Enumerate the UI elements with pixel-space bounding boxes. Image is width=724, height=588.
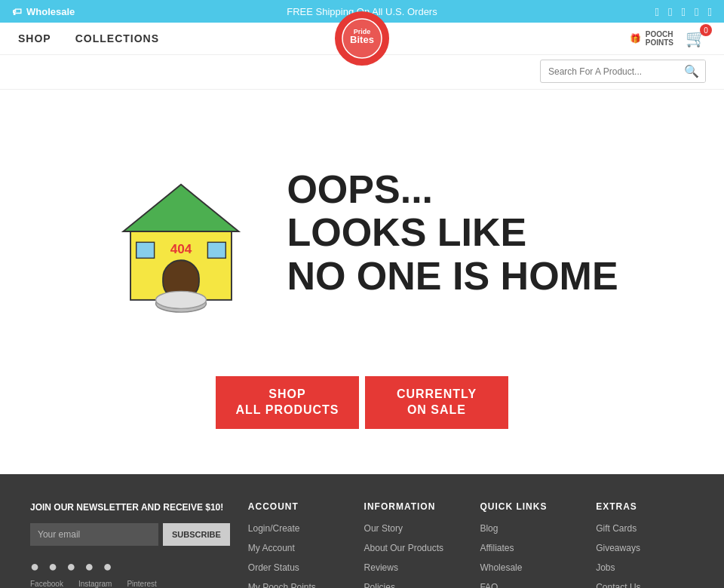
collections-nav-link[interactable]: COLLECTIONS: [75, 32, 159, 44]
svg-text:404: 404: [170, 241, 192, 256]
pooch-label: POOCH: [646, 30, 673, 38]
twitter-top-icon[interactable]: : [668, 5, 672, 18]
footer-youtube-icon[interactable]: ●: [103, 558, 112, 575]
pooch-points[interactable]: 🎁 POOCH POINTS: [630, 30, 673, 47]
points-label: POINTS: [646, 38, 673, 47]
svg-point-10: [156, 291, 207, 308]
facebook-top-icon[interactable]: : [655, 5, 659, 18]
account-links: Login/Create My Account Order Status My …: [248, 521, 346, 588]
svg-rect-11: [137, 242, 155, 258]
error-text: OOPS... LOOKS LIKE NO ONE IS HOME: [287, 168, 618, 298]
footer-pinterest-icon[interactable]: ●: [84, 558, 94, 575]
pinterest-top-icon[interactable]: : [695, 5, 698, 18]
gift-cards-link[interactable]: Gift Cards: [596, 523, 637, 534]
footer-information: INFORMATION Our Story About Our Products…: [364, 501, 462, 588]
footer-extras: EXTRAS Gift Cards Giveaways Jobs Contact…: [596, 501, 694, 588]
search-button[interactable]: 🔍: [678, 60, 705, 82]
information-links: Our Story About Our Products Reviews Pol…: [364, 521, 462, 588]
cart-count: 0: [700, 24, 712, 36]
footer-account: ACCOUNT Login/Create My Account Order St…: [248, 501, 346, 588]
reviews-link[interactable]: Reviews: [364, 562, 398, 573]
error-line3: NO ONE IS HOME: [287, 255, 618, 298]
quick-links-list: Blog Affiliates Wholesale FAQ: [480, 521, 578, 588]
error-section: 404 OOPS... LOOKS LIKE NO ONE IS HOME: [0, 90, 724, 376]
newsletter-form: SUBSCRIBE: [30, 523, 230, 546]
account-heading: ACCOUNT: [248, 501, 346, 512]
social-labels: Facebook Instagram Pinterest: [30, 580, 230, 588]
extras-heading: EXTRAS: [596, 501, 694, 512]
shop-all-button[interactable]: SHOP ALL PRODUCTS: [216, 376, 359, 429]
instagram-top-icon[interactable]: : [682, 5, 686, 18]
footer-instagram-icon[interactable]: ●: [66, 558, 75, 575]
search-bar: 🔍: [540, 60, 706, 83]
login-create-link[interactable]: Login/Create: [248, 523, 300, 534]
information-heading: INFORMATION: [364, 501, 462, 512]
about-products-link[interactable]: About Our Products: [364, 543, 443, 553]
header-right: 🎁 POOCH POINTS 🛒 0: [630, 29, 706, 48]
wholesale-link[interactable]: 🏷 Wholesale: [12, 6, 75, 17]
social-links-top:     : [655, 5, 712, 18]
jobs-link[interactable]: Jobs: [596, 562, 615, 573]
svg-marker-6: [124, 185, 239, 231]
quick-links-heading: QUICK LINKS: [480, 501, 578, 512]
svg-rect-12: [208, 242, 226, 258]
wholesale-link-footer[interactable]: Wholesale: [480, 562, 522, 573]
cart-button[interactable]: 🛒 0: [686, 29, 706, 48]
header: SHOP COLLECTIONS Pride Bites 🎁 POOCH POI…: [0, 23, 724, 55]
affiliates-link[interactable]: Affiliates: [480, 543, 514, 553]
search-input[interactable]: [541, 63, 678, 81]
footer: JOIN OUR NEWSLETTER AND RECEIVE $10! SUB…: [0, 474, 724, 588]
footer-columns: JOIN OUR NEWSLETTER AND RECEIVE $10! SUB…: [30, 501, 694, 588]
order-status-link[interactable]: Order Status: [248, 562, 299, 573]
cta-buttons: SHOP ALL PRODUCTS CURRENTLY ON SALE: [0, 376, 724, 474]
doghouse-illustration: 404: [106, 149, 256, 317]
extras-links: Gift Cards Giveaways Jobs Contact Us: [596, 521, 694, 588]
footer-facebook-icon[interactable]: ●: [30, 558, 39, 575]
youtube-top-icon[interactable]: : [708, 5, 712, 18]
policies-link[interactable]: Policies: [364, 582, 395, 588]
shop-nav-link[interactable]: SHOP: [18, 32, 51, 44]
my-pooch-points-link[interactable]: My Pooch Points: [248, 582, 316, 588]
giveaways-link[interactable]: Giveaways: [596, 543, 640, 553]
email-input[interactable]: [30, 523, 158, 546]
footer-newsletter: JOIN OUR NEWSLETTER AND RECEIVE $10! SUB…: [30, 501, 230, 588]
subscribe-button[interactable]: SUBSCRIBE: [163, 523, 230, 546]
newsletter-heading: JOIN OUR NEWSLETTER AND RECEIVE $10!: [30, 501, 230, 514]
our-story-link[interactable]: Our Story: [364, 523, 403, 534]
logo[interactable]: Pride Bites: [335, 11, 389, 66]
my-account-link[interactable]: My Account: [248, 543, 295, 553]
currently-on-sale-button[interactable]: CURRENTLY ON SALE: [365, 376, 508, 429]
main-nav: SHOP COLLECTIONS: [18, 32, 159, 44]
social-icons: ● ● ● ● ●: [30, 558, 230, 575]
footer-twitter-icon[interactable]: ●: [48, 558, 57, 575]
contact-us-link[interactable]: Contact Us: [596, 582, 640, 588]
svg-text:Bites: Bites: [350, 34, 374, 45]
blog-link[interactable]: Blog: [480, 523, 498, 534]
faq-link[interactable]: FAQ: [480, 582, 498, 588]
tag-icon: 🏷: [12, 6, 22, 17]
error-line2: LOOKS LIKE: [287, 211, 618, 254]
error-line1: OOPS...: [287, 168, 618, 211]
footer-quick-links: QUICK LINKS Blog Affiliates Wholesale FA…: [480, 501, 578, 588]
gift-icon: 🎁: [630, 33, 641, 44]
